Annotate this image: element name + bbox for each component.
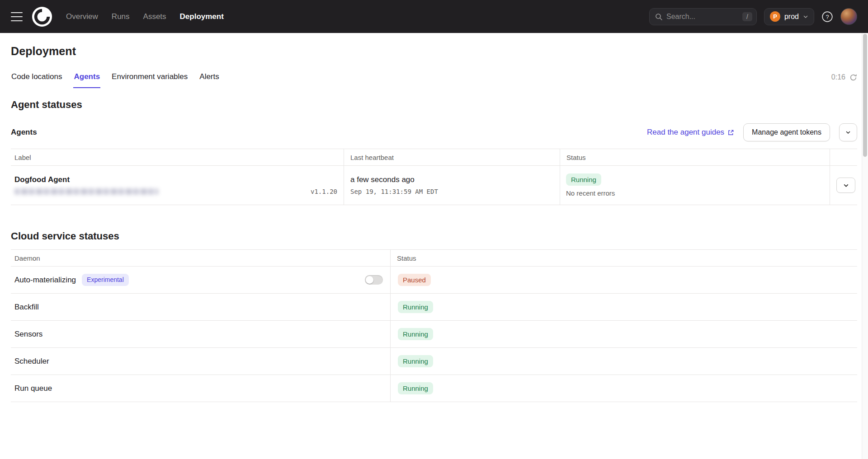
daemon-cell: Sensors xyxy=(11,321,391,347)
search-box[interactable]: / xyxy=(649,8,757,25)
refresh-countdown: 0:16 xyxy=(831,73,845,81)
agent-label-cell: Dogfood Agent v1.1.20 xyxy=(11,166,344,205)
agent-expand-button[interactable] xyxy=(836,178,855,193)
daemon-cell: Backfill xyxy=(11,294,391,320)
daemon-status-cell: Running xyxy=(391,348,857,375)
agent-heartbeat-cell: a few seconds ago Sep 19, 11:31:59 AM ED… xyxy=(344,166,560,205)
tab-agents[interactable]: Agents xyxy=(73,71,100,88)
column-header-daemon: Daemon xyxy=(11,250,391,266)
navbar-right-cluster: / P prod ? xyxy=(649,8,857,25)
status-badge: Running xyxy=(398,355,433,368)
tabs-row: Code locations Agents Environment variab… xyxy=(11,71,857,88)
external-link-icon xyxy=(727,129,734,136)
status-badge: Paused xyxy=(398,274,431,286)
tab-code-locations[interactable]: Code locations xyxy=(11,71,62,88)
search-shortcut-hint: / xyxy=(742,12,752,21)
agents-table: Label Last heartbeat Status Dogfood Agen… xyxy=(11,149,857,205)
status-badge: Running xyxy=(398,328,433,341)
manage-agent-tokens-button[interactable]: Manage agent tokens xyxy=(743,123,830,141)
agent-actions-menu-button[interactable] xyxy=(839,123,857,141)
page-title: Deployment xyxy=(11,45,857,58)
svg-text:?: ? xyxy=(826,13,829,20)
column-header-status: Status xyxy=(391,250,857,266)
daemon-cell: Scheduler xyxy=(11,348,391,375)
chevron-down-icon xyxy=(803,14,808,19)
dagster-logo-icon[interactable] xyxy=(32,6,52,27)
auto-materializing-toggle[interactable] xyxy=(365,275,383,285)
table-row-scheduler: Scheduler Running xyxy=(11,348,857,375)
agents-toolbar: Agents Read the agent guides Manage agen… xyxy=(11,123,857,141)
search-icon xyxy=(655,13,662,20)
deployment-tabs: Code locations Agents Environment variab… xyxy=(11,71,220,88)
nav-item-assets[interactable]: Assets xyxy=(143,12,166,21)
column-header-label: Label xyxy=(11,149,344,165)
daemon-status-cell: Running xyxy=(391,321,857,347)
primary-nav: Overview Runs Assets Deployment xyxy=(66,12,224,21)
column-header-last-heartbeat: Last heartbeat xyxy=(344,149,560,165)
daemon-status-cell: Paused xyxy=(391,267,857,293)
table-row-backfill: Backfill Running xyxy=(11,294,857,321)
heartbeat-relative: a few seconds ago xyxy=(350,175,553,184)
agent-status-badge: Running xyxy=(566,173,601,186)
agent-status-cell: Running No recent errors xyxy=(560,166,830,205)
agent-guides-link-label: Read the agent guides xyxy=(647,128,724,137)
deployment-switcher[interactable]: P prod xyxy=(764,8,814,25)
table-row-auto-materializing: Auto-materializing Experimental Paused xyxy=(11,267,857,294)
cloud-services-table: Daemon Status Auto-materializing Experim… xyxy=(11,249,857,402)
nav-item-overview[interactable]: Overview xyxy=(66,12,98,21)
agent-expand-cell xyxy=(830,166,862,205)
tab-environment-variables[interactable]: Environment variables xyxy=(111,71,188,88)
agent-name: Dogfood Agent xyxy=(14,175,337,184)
agents-subheading: Agents xyxy=(11,128,37,137)
refresh-timer: 0:16 xyxy=(831,73,857,81)
user-avatar[interactable] xyxy=(840,8,857,25)
top-navbar: Overview Runs Assets Deployment / P prod… xyxy=(0,0,868,33)
cloud-service-statuses-heading: Cloud service statuses xyxy=(11,230,857,242)
agents-toolbar-actions: Read the agent guides Manage agent token… xyxy=(647,123,857,141)
nav-item-deployment[interactable]: Deployment xyxy=(180,12,224,21)
agent-statuses-heading: Agent statuses xyxy=(11,99,857,111)
cloud-table-header: Daemon Status xyxy=(11,250,857,267)
agent-table-row: Dogfood Agent v1.1.20 a few seconds ago … xyxy=(11,166,857,205)
main-content: Deployment Code locations Agents Environ… xyxy=(0,45,868,420)
daemon-name: Scheduler xyxy=(14,357,49,366)
status-badge: Running xyxy=(398,382,433,395)
column-header-status: Status xyxy=(560,149,830,165)
table-row-sensors: Sensors Running xyxy=(11,321,857,348)
agent-guides-link[interactable]: Read the agent guides xyxy=(647,128,734,137)
daemon-name: Backfill xyxy=(14,303,39,312)
vertical-scrollbar[interactable] xyxy=(862,33,868,459)
daemon-status-cell: Running xyxy=(391,375,857,402)
table-row-run-queue: Run queue Running xyxy=(11,375,857,402)
daemon-cell: Run queue xyxy=(11,375,391,402)
deployment-name: prod xyxy=(784,13,799,21)
deployment-avatar: P xyxy=(770,11,780,22)
agent-id-redacted xyxy=(14,188,158,195)
help-icon[interactable]: ? xyxy=(821,11,833,23)
experimental-badge: Experimental xyxy=(82,274,129,286)
daemon-status-cell: Running xyxy=(391,294,857,320)
search-input[interactable] xyxy=(666,13,738,21)
daemon-name: Run queue xyxy=(14,384,52,393)
hamburger-menu-icon[interactable] xyxy=(11,12,23,21)
daemon-name: Auto-materializing xyxy=(14,276,76,285)
daemon-name: Sensors xyxy=(14,330,42,339)
agents-table-header: Label Last heartbeat Status xyxy=(11,149,857,166)
nav-item-runs[interactable]: Runs xyxy=(112,12,130,21)
refresh-icon[interactable] xyxy=(849,74,857,81)
agent-version: v1.1.20 xyxy=(311,188,337,195)
daemon-cell: Auto-materializing Experimental xyxy=(11,267,391,293)
column-header-actions xyxy=(830,149,857,165)
heartbeat-timestamp: Sep 19, 11:31:59 AM EDT xyxy=(350,188,553,195)
agent-status-note: No recent errors xyxy=(566,189,615,197)
status-badge: Running xyxy=(398,301,433,314)
scrollbar-thumb[interactable] xyxy=(863,34,867,157)
tab-alerts[interactable]: Alerts xyxy=(199,71,219,88)
